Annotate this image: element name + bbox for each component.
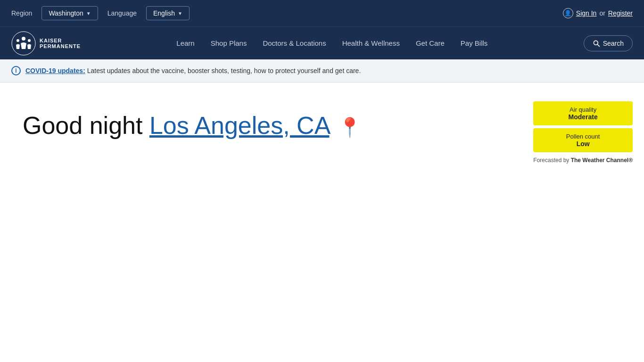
pollen-count-value: Low — [543, 140, 623, 148]
region-chevron-icon: ▼ — [86, 11, 91, 16]
search-button[interactable]: Search — [584, 35, 633, 51]
location-link[interactable]: Los Angeles, CA — [149, 112, 330, 139]
covid-updates-link[interactable]: COVID-19 updates: — [25, 67, 85, 74]
nav-learn[interactable]: Learn — [170, 35, 201, 51]
user-icon: 👤 — [563, 8, 573, 18]
weather-forecast-credit: Forecasted by The Weather Channel® — [533, 157, 633, 164]
kaiser-logo-icon — [11, 31, 36, 56]
nav-doctors-locations[interactable]: Doctors & Locations — [256, 35, 332, 51]
air-quality-card: Air quality Moderate — [533, 101, 633, 125]
air-quality-value: Moderate — [543, 113, 623, 121]
pollen-count-card: Pollen count Low — [533, 128, 633, 152]
or-text: or — [599, 9, 605, 17]
language-chevron-icon: ▼ — [178, 11, 182, 16]
top-bar: Region Washington ▼ Language English ▼ 👤… — [0, 0, 644, 26]
region-button[interactable]: Washington ▼ — [41, 6, 98, 20]
logo[interactable]: KAISER PERMANENTE — [11, 31, 81, 56]
sign-in-link[interactable]: Sign In — [576, 9, 597, 17]
weather-cards: Air quality Moderate Pollen count Low Fo… — [533, 101, 633, 164]
language-value: English — [153, 9, 175, 17]
region-label: Region — [11, 9, 32, 17]
nav-get-care[interactable]: Get Care — [409, 35, 451, 51]
forecast-source: The Weather Channel® — [571, 157, 633, 164]
svg-line-5 — [597, 44, 599, 46]
greeting-heading: Good night Los Angeles, CA 📍 — [23, 111, 621, 140]
logo-text: KAISER PERMANENTE — [40, 38, 81, 49]
forecast-label: Forecasted by — [533, 157, 569, 164]
greeting-prefix: Good night — [23, 112, 142, 139]
search-icon — [593, 40, 600, 47]
nav-bar: KAISER PERMANENTE Learn Shop Plans Docto… — [0, 26, 644, 59]
nav-pay-bills[interactable]: Pay Bills — [454, 35, 495, 51]
nav-shop-plans[interactable]: Shop Plans — [204, 35, 254, 51]
language-button[interactable]: English ▼ — [146, 6, 190, 20]
svg-point-3 — [28, 39, 31, 42]
alert-bar: i COVID-19 updates: Latest updates about… — [0, 59, 644, 82]
region-value: Washington — [49, 9, 83, 17]
svg-point-1 — [22, 37, 25, 41]
nav-links: Learn Shop Plans Doctors & Locations Hea… — [170, 35, 494, 51]
svg-point-2 — [17, 39, 19, 42]
main-content: Good night Los Angeles, CA 📍 Air quality… — [0, 82, 644, 318]
pollen-count-title: Pollen count — [543, 133, 623, 140]
language-label: Language — [107, 9, 137, 17]
alert-text: Latest updates about the vaccine, booste… — [87, 67, 361, 74]
nav-health-wellness[interactable]: Health & Wellness — [336, 35, 406, 51]
air-quality-title: Air quality — [543, 106, 623, 113]
top-bar-left: Region Washington ▼ Language English ▼ — [11, 6, 190, 20]
top-bar-right: 👤 Sign In or Register — [563, 8, 633, 18]
location-pin-icon: 📍 — [338, 116, 362, 139]
search-label: Search — [603, 40, 624, 47]
info-icon: i — [11, 66, 21, 75]
register-link[interactable]: Register — [608, 9, 633, 17]
